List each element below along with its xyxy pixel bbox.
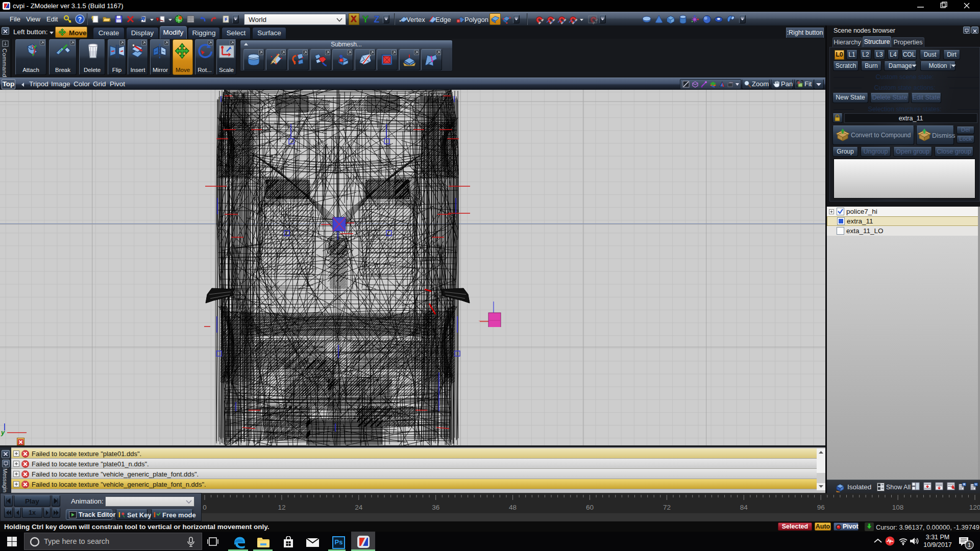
svg-text:96: 96 (817, 504, 825, 511)
svg-text:48: 48 (509, 504, 517, 511)
svg-text:0: 0 (203, 504, 207, 511)
svg-text:Y: Y (362, 14, 369, 24)
svg-text:?: ? (78, 16, 82, 23)
svg-text:60: 60 (586, 504, 594, 511)
svg-text:12: 12 (278, 504, 285, 511)
svg-text:1: 1 (968, 542, 971, 548)
svg-text:120: 120 (969, 504, 980, 511)
svg-text:84: 84 (740, 504, 748, 511)
svg-text:36: 36 (432, 504, 439, 511)
svg-text:24: 24 (355, 504, 363, 511)
svg-text:Z: Z (374, 14, 380, 24)
svg-text:72: 72 (663, 504, 671, 511)
svg-text:y: y (1, 429, 5, 436)
svg-text:108: 108 (892, 504, 904, 511)
svg-text:X: X (351, 14, 357, 24)
